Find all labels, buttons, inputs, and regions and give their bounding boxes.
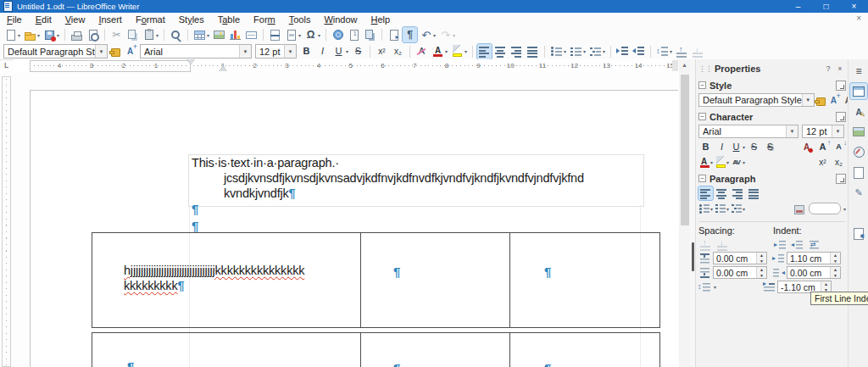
sidebar-paragraph-style-combo[interactable]: Default Paragraph Style ▼ — [698, 93, 815, 107]
insert-image-button[interactable] — [212, 27, 226, 42]
menu-tools[interactable]: Tools — [282, 13, 318, 26]
line-spacing-dropdown-arrow[interactable]: ▾ — [670, 48, 672, 54]
decrease-indent-button[interactable] — [632, 44, 646, 59]
update-style-button[interactable] — [110, 44, 121, 59]
close-document-icon[interactable]: × — [856, 14, 861, 23]
paragraph-background-color-button[interactable] — [793, 202, 807, 215]
menu-styles[interactable]: Styles — [172, 13, 211, 26]
vertical-ruler[interactable] — [2, 76, 11, 367]
insert-table-button[interactable]: ▾ — [192, 27, 210, 42]
chevron-down-icon[interactable]: ▼ — [786, 125, 798, 137]
print-preview-button[interactable] — [86, 27, 100, 42]
collapse-icon[interactable]: − — [698, 175, 706, 182]
vertical-scrollbar[interactable]: ▲ — [679, 59, 690, 367]
outline-list-button[interactable]: ▾ — [588, 44, 606, 59]
spacing-above-field[interactable]: 0.00 cm ▲▼ — [713, 252, 767, 264]
character-highlighting-button[interactable] — [799, 140, 814, 153]
sidebar-tab-navigator[interactable] — [850, 144, 867, 160]
save-button[interactable]: ▾ — [42, 27, 60, 42]
formatting-marks-button[interactable] — [403, 27, 417, 42]
chevron-down-icon[interactable]: ▼ — [832, 125, 843, 137]
font-name-combo[interactable]: Arial ▼ — [140, 44, 252, 58]
outline-list-dropdown-arrow[interactable]: ▾ — [603, 48, 605, 54]
indent-after-field[interactable]: 0.00 cm ▲▼ — [787, 266, 841, 279]
paragraph-dialog-launcher-icon[interactable] — [836, 174, 846, 184]
sidebar-shadow-button[interactable] — [763, 140, 777, 153]
insert-field-button[interactable]: ▾ — [284, 27, 302, 42]
menu-help[interactable]: Help — [364, 13, 398, 26]
chevron-down-icon[interactable]: ▼ — [284, 45, 296, 58]
insert-field-dropdown-arrow[interactable]: ▾ — [298, 32, 301, 38]
menu-window[interactable]: Window — [317, 13, 364, 26]
decrease-indent-button[interactable] — [790, 237, 804, 251]
special-character-button[interactable]: ▾ — [303, 27, 321, 42]
update-style-button[interactable] — [816, 93, 826, 107]
font-color-dropdown-arrow[interactable]: ▾ — [445, 48, 448, 54]
sidebar-tab-menu[interactable] — [850, 63, 867, 79]
superscript-button[interactable] — [375, 44, 389, 59]
insert-textbox-button[interactable] — [244, 27, 259, 42]
sidebar-font-size-combo[interactable]: 12 pt ▼ — [802, 125, 844, 138]
sidebar-underline-button[interactable]: ▾ — [731, 140, 745, 153]
print-button[interactable] — [70, 27, 84, 42]
sidebar-font-color-button[interactable]: ▾ — [698, 155, 713, 169]
font-color-button[interactable]: ▾ — [431, 44, 448, 59]
italic-button[interactable] — [315, 44, 330, 59]
sidebar-help-button[interactable]: ? — [822, 64, 834, 73]
spin-down-icon[interactable]: ▼ — [831, 259, 840, 264]
insert-footnote-button[interactable] — [347, 27, 361, 42]
menu-insert[interactable]: Insert — [92, 13, 129, 26]
sidebar-align-right-button[interactable] — [731, 186, 745, 200]
sidebar-splitter-grip[interactable] — [692, 242, 694, 271]
chevron-down-icon[interactable]: ▼ — [239, 45, 251, 58]
sidebar-bullets-button[interactable]: ▾ — [698, 202, 713, 215]
line-spacing-icon[interactable] — [698, 281, 711, 293]
decrease-font-size-button[interactable] — [832, 140, 846, 153]
document-page[interactable]: This·is·text·in·a·paragraph.· jcsdjkvnsd… — [30, 90, 678, 367]
first-line-indent-marker[interactable] — [186, 59, 195, 64]
sidebar-tab-gallery[interactable] — [850, 124, 867, 140]
collapse-icon[interactable]: − — [698, 81, 706, 89]
subscript-button[interactable] — [391, 44, 405, 59]
sidebar-italic-button[interactable] — [715, 140, 729, 153]
table-cell-text[interactable]: kkkkkkkkk¶ — [124, 279, 184, 292]
tabstop-selector-icon[interactable]: L — [2, 61, 11, 70]
style-dialog-launcher-icon[interactable] — [836, 81, 846, 91]
numbering-button[interactable]: ▾ — [569, 44, 587, 59]
align-right-button[interactable] — [509, 44, 524, 59]
undo-button[interactable]: ▾ — [419, 27, 437, 42]
sidebar-tab-style-inspector[interactable] — [850, 185, 867, 201]
copy-button[interactable] — [125, 27, 140, 42]
bullets-button[interactable]: ▾ — [549, 44, 567, 59]
table-cell-text[interactable]: hjjjjjjjjjjjjjjjjjjjjjjjjjjjjjjjjjkkkkkk… — [124, 264, 304, 277]
page-break-button[interactable] — [268, 27, 282, 42]
cross-reference-button[interactable] — [387, 27, 401, 42]
sidebar-tab-styles[interactable] — [850, 103, 867, 120]
new-button[interactable]: ▾ — [3, 27, 21, 42]
new-dropdown-arrow[interactable]: ▾ — [18, 32, 20, 38]
collapse-icon[interactable]: − — [698, 113, 706, 120]
undo-dropdown-arrow[interactable]: ▾ — [433, 32, 436, 38]
paste-dropdown-arrow[interactable]: ▾ — [156, 32, 159, 38]
highlight-color-button[interactable]: ▾ — [450, 44, 468, 59]
insert-chart-button[interactable] — [228, 27, 242, 42]
paste-button[interactable]: ▾ — [142, 27, 159, 42]
scroll-up-icon[interactable]: ▲ — [679, 59, 690, 70]
save-dropdown-arrow[interactable]: ▾ — [57, 32, 59, 38]
highlight-color-dropdown-arrow[interactable]: ▾ — [465, 48, 467, 54]
redo-dropdown-arrow[interactable]: ▾ — [453, 32, 455, 38]
document-workspace[interactable]: This·is·text·in·a·paragraph.· jcsdjkvnsd… — [14, 72, 678, 367]
align-center-button[interactable] — [493, 44, 508, 59]
insert-bookmark-button[interactable] — [363, 27, 377, 42]
sidebar-drag-grip-icon[interactable]: ⋮⋮ — [698, 64, 712, 73]
underline-button[interactable]: ▾ — [331, 44, 349, 59]
sidebar-close-button[interactable]: × — [834, 64, 846, 73]
chevron-down-icon[interactable]: ▼ — [802, 94, 814, 106]
bold-button[interactable] — [299, 44, 314, 59]
increase-indent-button[interactable] — [615, 44, 630, 59]
new-style-button[interactable] — [123, 44, 137, 59]
sidebar-tab-accessibility-check[interactable] — [850, 205, 867, 221]
special-character-dropdown-arrow[interactable]: ▾ — [318, 32, 320, 38]
menu-form[interactable]: Form — [247, 13, 282, 26]
character-dialog-launcher-icon[interactable] — [836, 112, 846, 122]
